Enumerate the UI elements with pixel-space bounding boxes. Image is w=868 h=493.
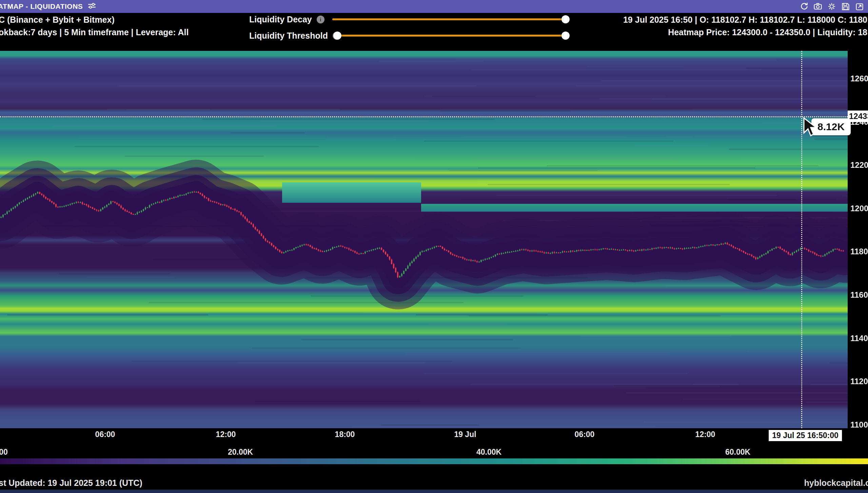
time-tick-label: 06:00 [95,430,115,439]
liquidity-colorbar [0,458,868,464]
price-tick-label: 116000 [850,290,868,300]
info-icon[interactable]: i [317,16,324,23]
price-tick-label: 120000 [850,204,868,213]
gear-icon[interactable] [827,2,836,11]
brand-watermark: hyblockcapital.c [804,478,868,488]
camera-icon[interactable] [813,2,822,11]
title-bar: ATMAP - LIQUIDATIONS [0,0,868,13]
colorbar-tick-label: 20.00K [228,448,253,457]
page-title: ATMAP - LIQUIDATIONS [0,2,83,11]
slider-handle[interactable] [561,15,570,23]
titlebar-icons [799,2,864,11]
slider-label: Liquidity Threshold [249,31,328,41]
price-tick-label: 126000 [850,74,868,83]
last-updated-label: st Updated: 19 Jul 2025 19:01 (UTC) [0,478,142,488]
crosshair-vertical-line [801,51,802,428]
liquidity-tooltip: 8.12K [811,118,851,135]
time-tick-label: 18:00 [335,430,355,439]
time-tick-label: 06:00 [575,430,595,439]
symbol-exchanges-label: C (Binance + Bybit + Bitmex) [0,15,189,25]
price-tick-label: 114000 [850,334,868,343]
crosshair-time-chip: 19 Jul 25 16:50:00 [769,430,842,441]
time-tick-label: 19 Jul [454,430,476,439]
crosshair-horizontal-line [0,116,848,117]
refresh-icon[interactable] [799,2,808,11]
chart-header: C (Binance + Bybit + Bitmex) okback:7 da… [0,13,868,51]
slider-handle[interactable] [333,32,341,40]
crosshair-price-chip: 124335 [848,111,868,122]
slider-track[interactable] [337,35,566,37]
slider-track[interactable] [332,18,566,20]
ohlc-readout: 19 Jul 2025 16:50 | O: 118102.7 H: 11810… [623,15,867,25]
colorbar-tick-label: 60.00K [725,448,750,457]
time-tick-label: 12:00 [216,430,236,439]
colorbar-tick-label: 40.00K [476,448,501,457]
sliders-icon[interactable] [87,2,96,11]
slider-row-liquidity-threshold: Liquidity Thresholdi [249,29,340,42]
heatmap-price-readout: Heatmap Price: 124300.0 - 124350.0 | Liq… [623,27,867,37]
price-tick-label: 110000 [850,420,868,430]
lookback-timeframe-label: okback:7 days | 5 Min timeframe | Levera… [0,27,189,37]
bottom-accent-strip [0,490,868,493]
price-tick-label: 122000 [850,160,868,170]
colorbar-tick-label: 00 [0,448,8,457]
price-tick-label: 112000 [850,377,868,386]
slider-handle[interactable] [561,32,570,40]
time-tick-label: 12:00 [695,430,715,439]
export-icon[interactable] [855,2,864,11]
slider-label: Liquidity Decay [249,15,312,24]
save-icon[interactable] [841,2,850,11]
heatmap-canvas[interactable] [0,51,848,428]
price-tick-label: 118000 [850,247,868,256]
slider-row-liquidity-decay: Liquidity Decayi [249,13,324,25]
liquidation-heatmap-chart[interactable]: 8.12K [0,51,848,428]
